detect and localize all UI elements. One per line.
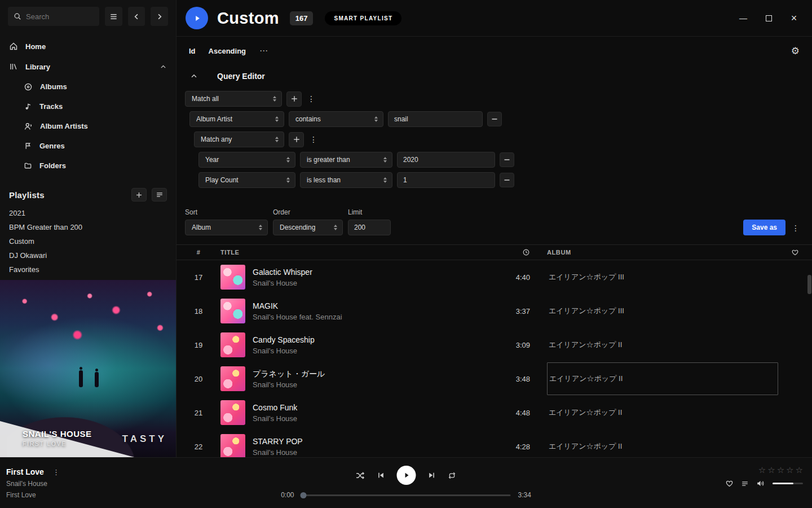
match-all-select[interactable]: Match all — [185, 91, 282, 107]
track-album[interactable]: エイリアン☆ポップ II — [547, 340, 778, 350]
elapsed-time: 0:00 — [275, 491, 294, 499]
repeat-icon — [448, 471, 457, 480]
repeat-button[interactable] — [448, 471, 457, 480]
now-playing-album[interactable]: First Love — [6, 491, 60, 499]
track-row[interactable]: 18 MAGIK Snail's House feat. Sennzai 3:3… — [176, 294, 812, 328]
scrollbar-thumb[interactable] — [807, 275, 811, 294]
save-as-button[interactable]: Save as — [743, 220, 785, 235]
track-row[interactable]: 22 STARRY POP Snail's House 4:28 エイリアン☆ポ… — [176, 430, 812, 457]
volume-slider[interactable] — [773, 483, 803, 484]
add-rule-button[interactable] — [289, 132, 304, 147]
remove-rule-button[interactable] — [500, 152, 514, 167]
rule-value-input[interactable] — [397, 152, 495, 168]
settings-gear-button[interactable]: ⚙ — [791, 46, 800, 56]
field-select[interactable]: Album Artist — [189, 111, 284, 127]
library-icon — [9, 62, 18, 71]
title-column-header[interactable]: TITLE — [220, 249, 479, 256]
limit-input[interactable] — [348, 220, 391, 235]
playlist-item[interactable]: BPM Greater than 200 — [0, 220, 176, 234]
track-album[interactable]: エイリアン☆ポップ II — [547, 408, 778, 418]
rule-options-button[interactable]: ⋮ — [308, 132, 319, 147]
track-album[interactable]: エイリアン☆ポップ II — [547, 441, 778, 452]
previous-button[interactable] — [377, 471, 385, 479]
order-select[interactable]: Descending — [273, 220, 343, 235]
track-row[interactable]: 21 Cosmo Funk Snail's House 4:48 エイリアン☆ポ… — [176, 396, 812, 430]
favorite-button[interactable] — [725, 479, 734, 488]
chevron-up-icon[interactable] — [160, 63, 167, 71]
sort-direction-button[interactable]: Ascending — [209, 47, 246, 55]
track-row[interactable]: 20 プラネット・ガール Snail's House 3:48 エイリアン☆ポッ… — [176, 362, 812, 396]
sidebar-item-tracks[interactable]: Tracks — [0, 97, 176, 116]
remove-rule-button[interactable] — [487, 112, 502, 126]
track-row[interactable]: 19 Candy Spaceship Snail's House 3:09 エイ… — [176, 328, 812, 362]
sidebar-item-library[interactable]: Library — [0, 56, 176, 77]
seek-slider[interactable] — [302, 494, 511, 496]
query-rule-row: Year is greater than — [198, 152, 812, 168]
operator-select[interactable]: is less than — [300, 172, 392, 188]
playlist-list-button[interactable] — [152, 188, 167, 202]
add-rule-button[interactable] — [286, 91, 302, 107]
sidebar-item-album-artists[interactable]: Album Artists — [0, 116, 176, 136]
album-column-header[interactable]: ALBUM — [547, 249, 778, 256]
remove-rule-button[interactable] — [500, 173, 514, 187]
duration-column-header[interactable] — [479, 248, 530, 256]
forward-button[interactable] — [151, 7, 168, 26]
star-button[interactable]: ☆ — [796, 466, 803, 474]
operator-select[interactable]: is greater than — [300, 152, 392, 168]
track-album[interactable]: エイリアン☆ポップ III — [547, 306, 778, 316]
sidebar-item-home[interactable]: Home — [0, 36, 176, 56]
maximize-button[interactable] — [761, 10, 776, 26]
seek-handle[interactable] — [301, 492, 307, 498]
menu-button[interactable] — [105, 7, 122, 26]
track-number: 21 — [176, 409, 220, 417]
select-value: contains — [295, 115, 370, 123]
back-button[interactable] — [128, 7, 145, 26]
star-button[interactable]: ☆ — [786, 466, 793, 474]
playlist-item[interactable]: Custom — [0, 234, 176, 248]
favorite-column-header[interactable] — [778, 248, 812, 256]
query-rule-row: Album Artist contains — [189, 111, 812, 127]
track-album-focused[interactable]: エイリアン☆ポップ II — [547, 362, 778, 395]
sidebar-item-genres[interactable]: Genres — [0, 136, 176, 156]
volume-button[interactable] — [756, 479, 765, 488]
track-row[interactable]: 17 Galactic Whisper Snail's House 4:40 エ… — [176, 260, 812, 294]
sidebar-item-folders[interactable]: Folders — [0, 156, 176, 176]
collapse-button[interactable] — [187, 69, 201, 83]
playlist-item[interactable]: Favorites — [0, 262, 176, 277]
star-button[interactable]: ☆ — [758, 466, 766, 474]
playlist-item[interactable]: 2021 — [0, 206, 176, 220]
search-input[interactable] — [26, 12, 94, 21]
shuffle-button[interactable] — [356, 471, 365, 480]
operator-select[interactable]: contains — [289, 111, 383, 127]
track-artist: Snail's House — [253, 346, 315, 356]
play-pause-button[interactable] — [397, 466, 416, 485]
match-any-select[interactable]: Match any — [194, 132, 284, 147]
playlist-item-label: BPM Greater than 200 — [9, 223, 82, 231]
queue-button[interactable] — [741, 480, 749, 488]
sort-select[interactable]: Album — [185, 220, 268, 235]
now-playing-artist[interactable]: Snail's House — [6, 480, 60, 488]
field-select[interactable]: Year — [198, 152, 295, 168]
next-button[interactable] — [428, 471, 436, 479]
sort-field-button[interactable]: Id — [189, 47, 196, 55]
star-button[interactable]: ☆ — [777, 466, 784, 474]
album-art-thumbnail — [220, 299, 245, 323]
rule-value-input[interactable] — [397, 172, 495, 188]
search-box[interactable] — [8, 7, 99, 26]
star-button[interactable]: ☆ — [767, 466, 775, 474]
more-options-button[interactable]: ⋯ — [259, 46, 268, 56]
playlist-item[interactable]: DJ Okawari — [0, 248, 176, 262]
minimize-button[interactable]: — — [735, 10, 751, 26]
field-select[interactable]: Play Count — [198, 172, 295, 188]
now-playing-title[interactable]: First Love — [6, 467, 44, 476]
add-playlist-button[interactable] — [131, 188, 147, 202]
close-button[interactable]: × — [786, 10, 802, 26]
track-album[interactable]: エイリアン☆ポップ III — [547, 272, 778, 282]
rating-stars: ☆ ☆ ☆ ☆ ☆ — [758, 466, 803, 474]
save-options-button[interactable]: ⋮ — [791, 220, 801, 235]
track-options-button[interactable]: ⋮ — [52, 468, 60, 476]
sidebar-item-albums[interactable]: Albums — [0, 77, 176, 97]
play-playlist-button[interactable] — [186, 7, 208, 29]
rule-value-input[interactable] — [388, 111, 483, 127]
rule-options-button[interactable]: ⋮ — [306, 91, 316, 107]
